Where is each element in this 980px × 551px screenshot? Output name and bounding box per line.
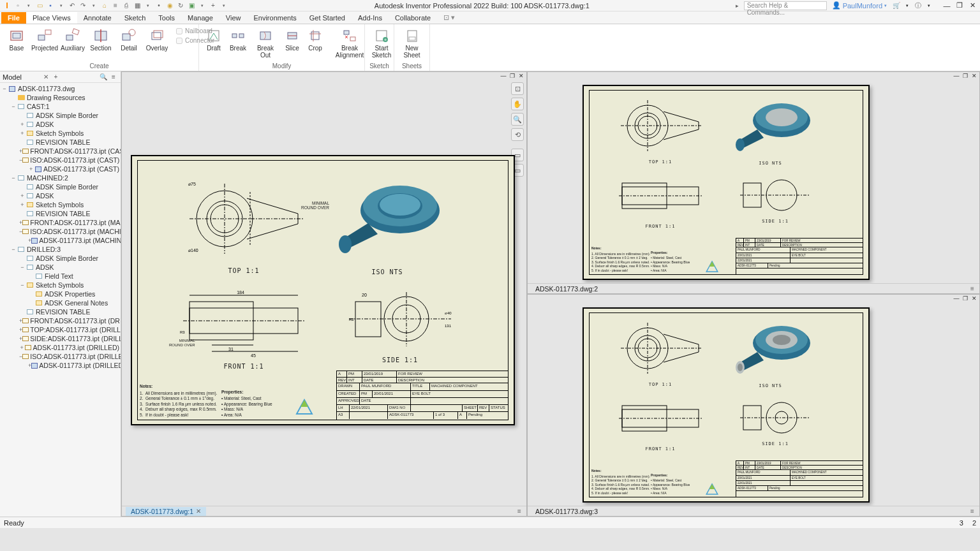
- redo-icon[interactable]: ↷: [78, 1, 87, 10]
- cart-icon[interactable]: 🛒: [892, 1, 901, 10]
- tree-item[interactable]: Field Text: [0, 272, 121, 281]
- user-dropdown-icon[interactable]: ▾: [884, 3, 887, 8]
- new-file-icon[interactable]: ▫: [13, 1, 22, 10]
- viewport-main[interactable]: — ❐ ✕ ⊡ ✋ 🔍 ⟲ ▭ ▭: [121, 71, 527, 517]
- tree-item[interactable]: −CAST:1: [0, 102, 121, 111]
- tree-item[interactable]: ADSK Simple Border: [0, 182, 121, 191]
- vp-close-icon[interactable]: ✕: [517, 73, 525, 79]
- dropdown-icon[interactable]: ▾: [24, 1, 33, 10]
- restore-button[interactable]: ❐: [954, 1, 965, 10]
- tree-item[interactable]: ADSK Simple Border: [0, 111, 121, 120]
- vp2-max-icon[interactable]: ❐: [961, 73, 969, 79]
- browser-search-icon[interactable]: 🔍: [99, 73, 108, 82]
- vp3-min-icon[interactable]: —: [953, 295, 960, 302]
- tree-item[interactable]: +Sketch Symbols: [0, 200, 121, 209]
- tree-toggle-icon[interactable]: +: [19, 121, 26, 128]
- tree-item[interactable]: +ADSK-011773.ipt (DRILLED): [0, 343, 121, 352]
- tree-item[interactable]: −Sketch Symbols: [0, 281, 121, 290]
- viewport-tr[interactable]: — ❐ ✕ TOP 1:1 I: [527, 71, 980, 294]
- tab-get-started[interactable]: Get Started: [303, 12, 352, 24]
- browser-tree[interactable]: −ADSK-011773.dwgDrawing Resources−CAST:1…: [0, 83, 121, 517]
- tab-collaborate[interactable]: Collaborate: [389, 12, 437, 24]
- tab-place-views[interactable]: Place Views: [26, 12, 77, 24]
- section-button[interactable]: Section: [88, 26, 114, 53]
- viewport-tab-tr[interactable]: ADSK-011773.dwg:2: [530, 284, 603, 293]
- tab-tools[interactable]: Tools: [152, 12, 181, 24]
- browser-menu-icon[interactable]: ≡: [109, 73, 118, 82]
- rotate-icon[interactable]: ↻: [176, 1, 185, 10]
- plus-icon[interactable]: +: [209, 1, 218, 10]
- tree-item[interactable]: +SIDE:ADSK-011773.ipt (DRILLED): [0, 334, 121, 343]
- cart-dropdown-icon[interactable]: ▾: [906, 3, 909, 8]
- draft-button[interactable]: Draft: [203, 26, 225, 60]
- browser-add-icon[interactable]: +: [52, 73, 61, 82]
- tab-add-ins[interactable]: Add-Ins: [352, 12, 389, 24]
- material-icon[interactable]: ◉: [165, 1, 174, 10]
- tree-item[interactable]: REVISION TABLE: [0, 307, 121, 316]
- viewport-tab-br[interactable]: ADSK-011773.dwg:3: [530, 507, 603, 516]
- tree-item[interactable]: REVISION TABLE: [0, 138, 121, 147]
- tree-toggle-icon[interactable]: +: [28, 166, 34, 172]
- tree-item[interactable]: ADSK Properties: [0, 290, 121, 298]
- tab-close-icon[interactable]: ✕: [196, 508, 201, 515]
- vp2-min-icon[interactable]: —: [953, 73, 960, 79]
- tab-file[interactable]: File: [1, 12, 26, 24]
- layers-icon[interactable]: ≡: [111, 1, 120, 10]
- tree-item[interactable]: −ISO:ADSK-011773.ipt (CAST): [0, 156, 121, 165]
- qat-end-icon[interactable]: ▾: [219, 1, 228, 10]
- link-icon[interactable]: •: [154, 1, 163, 10]
- dropdown3-icon[interactable]: ▾: [144, 1, 152, 10]
- user-badge[interactable]: 👤 PaulMunford ▾: [832, 1, 887, 10]
- zoom-icon[interactable]: 🔍: [511, 113, 524, 126]
- tree-item[interactable]: +ADSK-011773.ipt (DRILLED): [0, 361, 121, 370]
- tab-annotate[interactable]: Annotate: [77, 12, 118, 24]
- tree-item[interactable]: ADSK General Notes: [0, 298, 121, 307]
- tree-toggle-icon[interactable]: +: [19, 202, 26, 208]
- viewport-br[interactable]: — ❐ ✕ TOP 1:1 I: [527, 294, 980, 517]
- detail-button[interactable]: Detail: [116, 26, 142, 53]
- help-icon[interactable]: ⓘ: [914, 1, 923, 10]
- tree-item[interactable]: +ADSK: [0, 120, 121, 129]
- viewport-tab-main[interactable]: ADSK-011773.dwg:1 ✕: [126, 507, 206, 516]
- drawing-sheet-tr[interactable]: TOP 1:1 ISO NTS FRONT 1:1: [583, 85, 870, 280]
- break-button[interactable]: Break: [227, 26, 249, 60]
- tree-item[interactable]: +FRONT:ADSK-011773.ipt (DRILLED): [0, 316, 121, 325]
- tree-item[interactable]: −ADSK: [0, 263, 121, 272]
- tree-toggle-icon[interactable]: −: [10, 103, 17, 110]
- crop-button[interactable]: Crop: [305, 26, 325, 60]
- auxiliary-button[interactable]: Auxiliary: [60, 26, 85, 53]
- tree-item[interactable]: +ADSK-011773.ipt (MACHINED): [0, 236, 121, 245]
- tab-environments[interactable]: Environments: [247, 12, 302, 24]
- tree-item[interactable]: ADSK Simple Border: [0, 254, 121, 263]
- browser-close-icon[interactable]: ✕: [41, 73, 50, 82]
- tree-toggle-icon[interactable]: −: [10, 246, 17, 253]
- base-button[interactable]: Base: [4, 26, 29, 53]
- tree-toggle-icon[interactable]: +: [19, 344, 24, 351]
- tree-item[interactable]: REVISION TABLE: [0, 209, 121, 218]
- minimize-button[interactable]: —: [942, 1, 952, 10]
- undo-icon[interactable]: ↶: [68, 1, 77, 10]
- home-icon[interactable]: ⌂: [100, 1, 109, 10]
- vp3-close-icon[interactable]: ✕: [970, 295, 978, 302]
- tree-item[interactable]: +ADSK: [0, 191, 121, 200]
- tree-item[interactable]: +FRONT:ADSK-011773.ipt (MACHINED): [0, 218, 121, 227]
- tree-item[interactable]: −MACHINED:2: [0, 173, 121, 182]
- tree-item[interactable]: −ISO:ADSK-011773.ipt (DRILLED): [0, 352, 121, 361]
- tree-item[interactable]: −DRILLED:3: [0, 245, 121, 254]
- break-out-button[interactable]: Break Out: [251, 26, 279, 60]
- tab-sketch[interactable]: Sketch: [118, 12, 152, 24]
- tree-item[interactable]: +ADSK-011773.ipt (CAST): [0, 165, 121, 173]
- save-dropdown-icon[interactable]: ▾: [57, 1, 66, 10]
- tab2-menu-icon[interactable]: ≡: [968, 284, 977, 293]
- tree-item[interactable]: +Sketch Symbols: [0, 129, 121, 138]
- help-dropdown-icon[interactable]: ▾: [928, 3, 930, 8]
- tab-view[interactable]: View: [219, 12, 248, 24]
- open-icon[interactable]: ▭: [35, 1, 44, 10]
- orbit-icon[interactable]: ⟲: [511, 128, 524, 141]
- tree-toggle-icon[interactable]: −: [10, 175, 17, 181]
- tree-item[interactable]: Drawing Resources: [0, 93, 121, 102]
- new-sheet-button[interactable]: New Sheet: [398, 26, 426, 60]
- dropdown4-icon[interactable]: ▾: [198, 1, 207, 10]
- tab-extra[interactable]: ⊡ ▾: [437, 11, 461, 24]
- projected-button[interactable]: Projected: [32, 26, 57, 53]
